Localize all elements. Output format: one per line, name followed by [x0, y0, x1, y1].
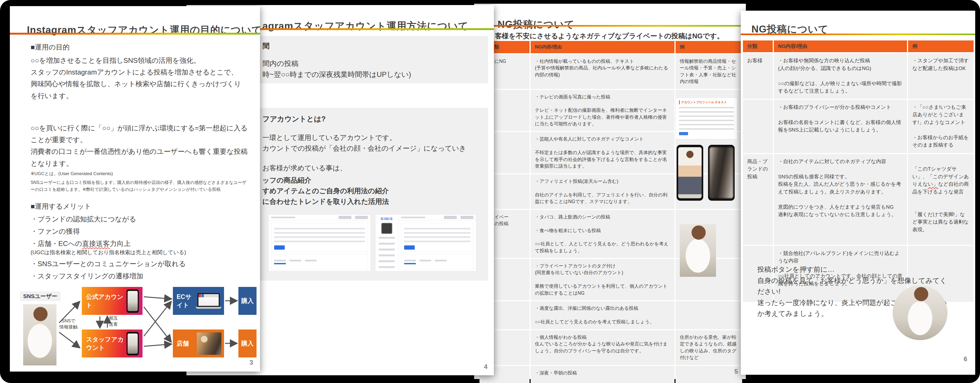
- thumbnail-blue-chip: [679, 132, 688, 135]
- table-cell-example: ・「○○さま!いつもご来店ありがとうございます!」のようなコメント ・お客様から…: [908, 100, 974, 153]
- merit-item: ・SNSユーザーとのコミュニケーションが取れる: [31, 258, 186, 270]
- ec-site-box: ECサイト: [173, 287, 224, 315]
- screenshot-summary-panel: [271, 254, 368, 270]
- table-cell-example: 住所がわかる景色、家が特定できるようなもの。鏡越しの映り込み、住所のタグ付けなど: [676, 330, 742, 365]
- store-photo: [197, 332, 221, 355]
- screenshot-topbar: [398, 215, 476, 221]
- box-body: 間内の投稿 時~翌○○時までの深夜残業時間帯はUPしない): [262, 58, 480, 80]
- staff-account-label: スタッフアカウント: [86, 336, 127, 352]
- divider-gradient: [741, 33, 975, 35]
- table-cell-example: [676, 366, 742, 383]
- phone-screen-photo: [678, 147, 702, 198]
- phone-mockup-outfit: [676, 145, 703, 201]
- table-cell-example: 「このTシャツダサい」、「このデザインありえない」など自社の商品を下げるような発…: [908, 154, 974, 245]
- screenshot-tabs: [274, 260, 320, 261]
- laptop-icon: [196, 293, 221, 309]
- presentation-canvas: NG投稿について 客様を不安にさせるようなネガティブなプライベートの投稿はNGで…: [0, 0, 980, 383]
- column-header-content: NG内容/理由: [531, 41, 675, 53]
- screenshot-sidebar: SINIS: [375, 215, 398, 271]
- example-screenshot-thumbnail: アカウントプロフィール テキスト: [676, 97, 737, 139]
- sns-flow-diagram: SNSユーザー SNSで 情報接触 公式アカウント 相互 送客 スタッフアカウン…: [10, 286, 260, 374]
- phone-screen-blurred-photo: [710, 147, 733, 198]
- table-cell-content: ・お客様のプライバシーが分かる投稿やコメント お客様の名前をコメントに書くなど、…: [774, 100, 907, 153]
- category-cell: 商品・ブランドの投稿: [743, 154, 773, 245]
- official-account-box: 公式アカウント: [82, 287, 143, 315]
- screenshot-blue-button: [404, 245, 415, 250]
- sidebar-menu-items: [379, 237, 395, 269]
- screenshot-account-list: [401, 223, 473, 252]
- table-cell-content: ・芸能人や有名人に対してのネガティブなコメント 不特定または多数の人が認識するよ…: [531, 132, 675, 173]
- column-header-category: 分類: [743, 40, 773, 52]
- store-label: 店舗: [177, 339, 189, 348]
- mutual-referral-label: 相互 送客: [109, 315, 118, 328]
- ugc-note-body: SNSユーザーによる口コミ投稿を指します。購入前の期待感や店頭の様子、購入後の感…: [31, 179, 247, 193]
- table-cell-content: ・自社のアイテムに対してのネガティブな内容 SNSの投稿も接客と同様です。 投稿…: [774, 154, 907, 245]
- table-cell-example: [676, 301, 742, 329]
- column-header-example: 例: [908, 40, 974, 52]
- phone-mockup-blurred: [708, 145, 735, 201]
- table-cell-example: ・スタンプや加工で消すなど配慮した投稿はOK: [908, 53, 974, 99]
- ugc-note-title: ※UGCとは。(User Generated Contents): [31, 170, 113, 178]
- screenshot-list-rows: [404, 228, 471, 244]
- divider-gradient: [474, 25, 746, 27]
- purpose-heading: ■運用の目的: [31, 41, 70, 53]
- merit-item: ・スタッフスタイリングの遷移増加: [31, 270, 143, 282]
- slide-ng-posts-2[interactable]: NG投稿について 分類 NG内容/理由 例 お客様 ・お客様や無関係な方の映り込…: [741, 11, 975, 375]
- page-number: 3: [250, 359, 253, 366]
- table-cell-content: ・アフィリエイト投稿(楽天ルーム含む) 自社のアイテムを利用して、アフェリエイト…: [531, 174, 675, 209]
- store-box: 店舗: [173, 329, 224, 358]
- sinis-logo: SINIS: [375, 217, 398, 221]
- merit-item: ・ファンの獲得: [31, 225, 80, 237]
- dashboard-screenshot-right: SINIS: [375, 214, 476, 271]
- box-heading: フアカウントとは?: [262, 114, 480, 124]
- table-cell-example: 情報解禁前の商品情報・セール情報・予算・売上・シフト表・人事・社販など社内の情報: [676, 54, 742, 89]
- page-title: agramスタッフアカウント運用方法について: [262, 19, 468, 33]
- intro-text: 客様を不安にさせるようなネガティブなプライベートの投稿はNGです。: [495, 32, 724, 41]
- screenshot-blue-button: [274, 245, 285, 250]
- table-cell-content: ・個人情報がわかる投稿 住んでいるところが分かるような映り込みや発言に気を付けま…: [531, 330, 675, 365]
- table-cell-content: ・深夜・早朝の投稿 出勤時間内に投稿をしましょう。 ○○時~翌○○時までの深夜残…: [531, 366, 675, 383]
- slide-ng-posts-1[interactable]: NG投稿について 客様を不安にさせるようなネガティブなプライベートの投稿はNGで…: [474, 4, 746, 379]
- category-cell: お客様: [743, 53, 773, 99]
- screenshot-tabs: [404, 260, 449, 261]
- example-photo-woman: [680, 224, 716, 277]
- purpose-body: ○○を増加させることを目指しSNS領域の活用を強化。 スタッフのInstagra…: [31, 55, 247, 102]
- phone-icon: [127, 332, 139, 355]
- woman-with-phone-photo: [892, 285, 948, 340]
- purchase-box-store: 購入: [239, 329, 256, 358]
- ec-site-label: ECサイト: [177, 293, 196, 309]
- table-cell-content: ・お客様や無関係な方の映り込んだ投稿 (人の顔が分かる、認識できるものはNG) …: [774, 53, 907, 99]
- screenshot-summary-panel: [401, 254, 473, 270]
- slide-operation-purpose[interactable]: Instagramスタッフアカウント運用の目的について ■運用の目的 ○○を増加…: [10, 6, 260, 372]
- page-number: 4: [484, 363, 487, 370]
- first-recall-body: ○○を買いに行く際に「○○」が頭に浮かぶ環境にする=第一想起に入ることが重要です…: [31, 122, 249, 169]
- thumbnail-caption: アカウントプロフィール テキスト: [679, 100, 734, 104]
- example-paragraph: 「履くだけで美脚!」など事実とは異なる過剰な表現。: [912, 211, 969, 234]
- column-header-example: 例: [676, 41, 742, 53]
- example-paragraph: 「このTシャツダサい」、「このデザインありえない」など自社の商品を下げるような発…: [912, 165, 969, 196]
- screenshot-account-list: [271, 223, 368, 252]
- phone-icon: [127, 289, 139, 313]
- screenshot-main: [398, 215, 476, 271]
- sns-user-photo: [23, 304, 56, 366]
- sns-user-label: SNSユーザー: [20, 291, 60, 301]
- ng-table: 類 NG内容/理由 例 にNG ・社内情報が載っているものの投稿、テキスト (予…: [479, 41, 742, 383]
- box-bold-list: ッフの商品紹介 すめアイテムとのご自身の利用法の紹介 に合わせたトレンドを取り入…: [262, 175, 480, 207]
- official-account-label: 公式アカウント: [86, 293, 127, 309]
- page-number: 5: [734, 368, 738, 375]
- page-title: NG投稿について: [498, 18, 574, 31]
- divider-gradient: [10, 33, 260, 35]
- info-contact-label: SNSで 情報接触: [59, 318, 78, 330]
- box-heading: 間: [262, 41, 480, 51]
- sidebar-avatar: [382, 223, 392, 234]
- dashboard-screenshots: SINIS: [268, 214, 480, 271]
- page-title: Instagramスタッフアカウント運用の目的について: [27, 24, 262, 37]
- staff-account-box: スタッフアカウント: [82, 329, 143, 358]
- example-phone-mockups: [676, 145, 737, 202]
- merit-note: (UGCは指名検索と相関しており指名検索は売上と相関している): [31, 248, 186, 257]
- screenshot-list-rows: [274, 228, 365, 244]
- spellcheck-wavy-text: 直接送客: [82, 239, 110, 247]
- column-header-content: NG内容/理由: [774, 40, 907, 52]
- category-cell: [743, 100, 773, 153]
- table-cell-content: ・テレビの画面を写真に撮った投稿 テレビ・ネット配信の撮影画面を、権利者に無断で…: [531, 90, 675, 131]
